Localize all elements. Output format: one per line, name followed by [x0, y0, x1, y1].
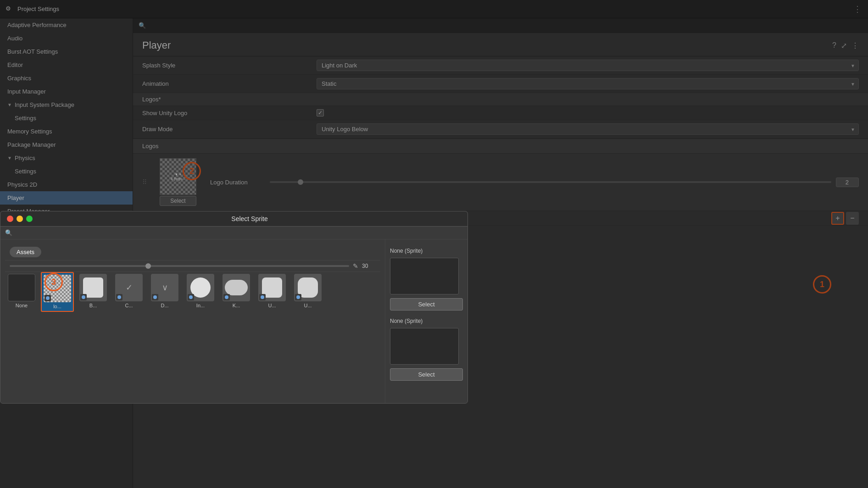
asset-item-c[interactable]: ✓ C... — [112, 272, 145, 312]
maximize-button[interactable] — [26, 216, 33, 222]
sprite-dot-icon — [296, 295, 300, 299]
none-sprite-preview-2 — [390, 328, 459, 365]
asset-thumb-k — [223, 274, 250, 301]
asset-label: C... — [114, 303, 144, 308]
asset-label: None — [7, 303, 36, 308]
asset-type-icon — [80, 294, 87, 300]
asset-item-d[interactable]: ∨ D... — [148, 272, 181, 312]
sprite-dot-icon — [82, 295, 85, 299]
none-sprite-preview-1 — [390, 258, 459, 294]
asset-type-icon — [116, 294, 122, 300]
minimize-button[interactable] — [17, 216, 23, 222]
asset-label: B... — [78, 303, 108, 308]
sprite-dot-icon — [189, 295, 193, 299]
dialog-search-input[interactable] — [15, 229, 463, 236]
none-sprite-label-2: None (Sprite) — [390, 318, 463, 324]
asset-label: K... — [222, 303, 251, 308]
dialog-select-button-2[interactable]: Select — [390, 368, 463, 381]
asset-grid: None lo... — [5, 272, 380, 312]
asset-label: D... — [150, 303, 179, 308]
asset-item-k[interactable]: K... — [220, 272, 253, 312]
asset-thumb-b — [79, 274, 107, 301]
asset-thumb-c: ✓ — [115, 274, 143, 301]
zoom-value: 30 — [362, 263, 376, 269]
asset-item-u1[interactable]: U... — [256, 272, 289, 312]
asset-label: In... — [186, 303, 215, 308]
dialog-title: Select Sprite — [38, 215, 461, 222]
dialog-grid: Assets ✎ 30 None — [0, 239, 385, 403]
close-button[interactable] — [7, 216, 13, 222]
asset-type-icon — [223, 294, 230, 300]
asset-item-u2[interactable]: U... — [291, 272, 324, 312]
select-sprite-dialog: Select Sprite 🔍 Assets ✎ 30 — [0, 211, 468, 404]
dialog-select-button-1[interactable]: Select — [390, 298, 463, 311]
asset-label: lo... — [44, 304, 71, 309]
none-sprite-label-1: None (Sprite) — [390, 248, 463, 254]
zoom-slider[interactable] — [10, 265, 349, 267]
chevron-down-shape: ∨ — [162, 283, 168, 293]
checkmark-icon: ✓ — [126, 283, 133, 293]
asset-thumb-in — [187, 274, 214, 301]
asset-item-logo[interactable]: lo... — [41, 272, 74, 312]
asset-thumb-u1 — [258, 274, 286, 301]
asset-item-in[interactable]: In... — [184, 272, 217, 312]
tab-assets[interactable]: Assets — [10, 247, 41, 257]
zoom-slider-thumb[interactable] — [145, 263, 151, 269]
dialog-right-panel: None (Sprite) Select None (Sprite) Selec… — [385, 239, 467, 403]
dialog-search-bar: 🔍 — [0, 227, 467, 239]
traffic-lights — [7, 216, 33, 222]
oval-shape — [225, 280, 248, 295]
asset-thumb-d: ∨ — [151, 274, 178, 301]
asset-thumb-none — [8, 274, 35, 301]
dialog-titlebar: Select Sprite — [0, 211, 467, 227]
zoom-icon: ✎ — [353, 262, 358, 270]
asset-type-icon — [259, 294, 266, 300]
asset-thumb-u2 — [294, 274, 322, 301]
asset-item-none[interactable]: None — [5, 272, 38, 312]
dialog-search-icon: 🔍 — [5, 229, 12, 236]
sprite-dot-icon — [261, 295, 264, 299]
asset-type-icon — [188, 294, 194, 300]
sprite-dot-icon — [153, 295, 157, 299]
asset-label: U... — [293, 303, 323, 308]
sprite-dot-icon — [46, 296, 50, 300]
asset-type-icon — [45, 295, 51, 301]
asset-type-icon — [295, 294, 301, 300]
zoom-row: ✎ 30 — [5, 261, 380, 272]
asset-label: U... — [257, 303, 287, 308]
sprite-dot-icon — [225, 295, 228, 299]
asset-item-b[interactable]: B... — [77, 272, 110, 312]
asset-thumb-logo — [44, 275, 71, 302]
asset-type-icon — [152, 294, 158, 300]
dialog-body: Assets ✎ 30 None — [0, 239, 467, 403]
sprite-dot-icon — [117, 295, 121, 299]
dialog-tabs: Assets — [5, 244, 380, 261]
